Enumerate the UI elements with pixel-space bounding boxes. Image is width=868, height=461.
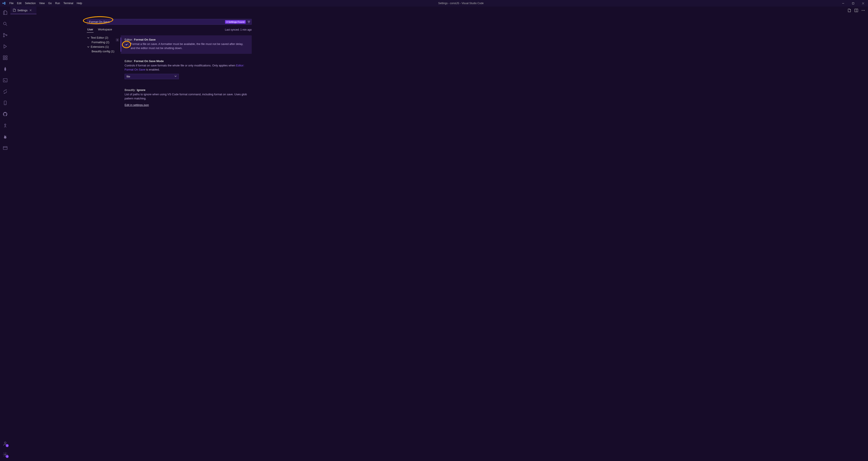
menu-terminal[interactable]: Terminal <box>62 0 75 6</box>
accounts-badge: 1 <box>6 444 9 447</box>
window-title: Settings - constJS - Visual Studio Code <box>84 2 838 5</box>
svg-point-3 <box>3 36 5 37</box>
format-on-save-checkbox[interactable] <box>125 42 128 47</box>
setting-description: Controls if format on save formats the w… <box>125 64 248 72</box>
accounts-icon[interactable]: 1 <box>0 440 10 448</box>
svg-rect-0 <box>852 2 854 4</box>
device-icon[interactable] <box>0 99 10 107</box>
chevron-down-icon <box>87 45 90 49</box>
menu-selection[interactable]: Selection <box>23 0 37 6</box>
gitlens-icon[interactable] <box>0 122 10 129</box>
setting-format-on-save: Editor: Format On Save Format a file on … <box>121 35 252 54</box>
svg-rect-12 <box>3 147 7 150</box>
more-actions-icon[interactable] <box>861 8 865 12</box>
menu-bar: File Edit Selection View Go Run Terminal… <box>8 0 84 6</box>
setting-name: Format On Save Mode <box>134 59 164 63</box>
settings-results: Editor: Format On Save Format a file on … <box>119 35 252 110</box>
toc-text-editor[interactable]: Text Editor (2) <box>87 35 119 40</box>
toc-beautify[interactable]: Beautify config (1) <box>87 49 119 54</box>
setting-scope: Editor: <box>125 59 133 63</box>
extensions-icon[interactable] <box>0 54 10 62</box>
setting-scope: Beautify: <box>125 88 135 92</box>
setting-gear-icon[interactable] <box>116 38 119 42</box>
settings-search-row: 3 Settings Found <box>87 19 252 25</box>
menu-file[interactable]: File <box>8 0 15 6</box>
activity-bar: 1 1 <box>0 6 10 461</box>
setting-scope: Editor: <box>125 38 133 41</box>
setting-description: Format a file on save. A formatter must … <box>131 42 248 50</box>
svg-point-13 <box>4 442 6 443</box>
settings-scope-row: User Workspace Last synced: 1 min ago <box>87 27 252 32</box>
maximize-button[interactable] <box>848 0 858 6</box>
tab-close-icon[interactable] <box>29 8 32 12</box>
github-icon[interactable] <box>0 110 10 118</box>
scope-tab-user[interactable]: User <box>87 27 94 32</box>
open-settings-json-icon[interactable] <box>847 8 851 12</box>
svg-point-1 <box>3 22 6 25</box>
svg-point-14 <box>5 454 6 455</box>
window-controls <box>838 0 868 6</box>
svg-rect-7 <box>6 58 7 60</box>
settings-found-badge: 3 Settings Found <box>225 20 246 24</box>
setting-description: List of paths to ignore when using VS Co… <box>125 92 248 101</box>
explorer-icon[interactable] <box>0 9 10 17</box>
settings-body[interactable]: 3 Settings Found User Workspace Last syn… <box>10 14 868 461</box>
format-on-save-mode-select[interactable]: file <box>125 74 179 79</box>
scope-tab-workspace[interactable]: Workspace <box>97 27 113 32</box>
edit-in-settings-json-link[interactable]: Edit in settings.json <box>125 103 149 106</box>
toc-label: Text Editor (2) <box>91 36 108 39</box>
svg-point-19 <box>117 39 118 40</box>
split-editor-icon[interactable] <box>854 8 859 12</box>
svg-point-18 <box>864 10 865 11</box>
minimize-button[interactable] <box>838 0 848 6</box>
project-manager-icon[interactable] <box>0 144 10 152</box>
firebase-icon[interactable] <box>0 133 10 141</box>
run-debug-icon[interactable] <box>0 42 10 50</box>
svg-rect-5 <box>3 56 5 57</box>
setting-beautify-ignore: Beautify: Ignore List of paths to ignore… <box>121 86 252 110</box>
setting-name: Format On Save <box>134 38 156 41</box>
terminal-panel-icon[interactable] <box>0 76 10 84</box>
menu-help[interactable]: Help <box>75 0 84 6</box>
select-value: file <box>126 75 130 78</box>
menu-edit[interactable]: Edit <box>15 0 23 6</box>
chevron-down-icon <box>87 36 90 39</box>
vscode-logo-icon <box>0 1 8 5</box>
toc-extensions[interactable]: Extensions (1) <box>87 44 119 49</box>
menu-go[interactable]: Go <box>46 0 53 6</box>
editor-area: Settings 3 Settings Found <box>10 6 868 461</box>
setting-format-on-save-mode: Editor: Format On Save Mode Controls if … <box>121 57 252 83</box>
editor-actions <box>844 6 868 14</box>
source-control-icon[interactable] <box>0 31 10 39</box>
toc-label: Extensions (1) <box>91 45 109 49</box>
search-icon[interactable] <box>0 20 10 28</box>
close-button[interactable] <box>858 0 868 6</box>
settings-toc: Text Editor (2) Formatting (2) Extension… <box>87 35 119 110</box>
svg-point-2 <box>3 33 5 34</box>
tab-label: Settings <box>18 9 28 12</box>
svg-point-4 <box>6 35 7 36</box>
tabs-row: Settings <box>10 6 868 14</box>
manage-badge: 1 <box>6 455 9 458</box>
settings-sync-status[interactable]: Last synced: 1 min ago <box>225 28 252 31</box>
toc-formatting[interactable]: Formatting (2) <box>87 40 119 44</box>
thunder-client-icon[interactable] <box>0 88 10 95</box>
svg-rect-6 <box>3 58 5 60</box>
settings-filter-icon[interactable] <box>247 20 251 24</box>
svg-point-16 <box>862 10 862 11</box>
manage-gear-icon[interactable]: 1 <box>0 451 10 458</box>
svg-rect-9 <box>3 79 7 82</box>
setting-name: Ignore <box>137 88 145 92</box>
tab-settings[interactable]: Settings <box>10 6 36 14</box>
chevron-down-icon <box>174 75 177 78</box>
svg-point-17 <box>863 10 864 11</box>
settings-file-icon <box>12 8 16 12</box>
svg-point-11 <box>5 124 6 125</box>
menu-view[interactable]: View <box>37 0 46 6</box>
menu-run[interactable]: Run <box>53 0 62 6</box>
titlebar: File Edit Selection View Go Run Terminal… <box>0 0 868 6</box>
mongodb-icon[interactable] <box>0 65 10 73</box>
svg-rect-8 <box>6 56 7 57</box>
